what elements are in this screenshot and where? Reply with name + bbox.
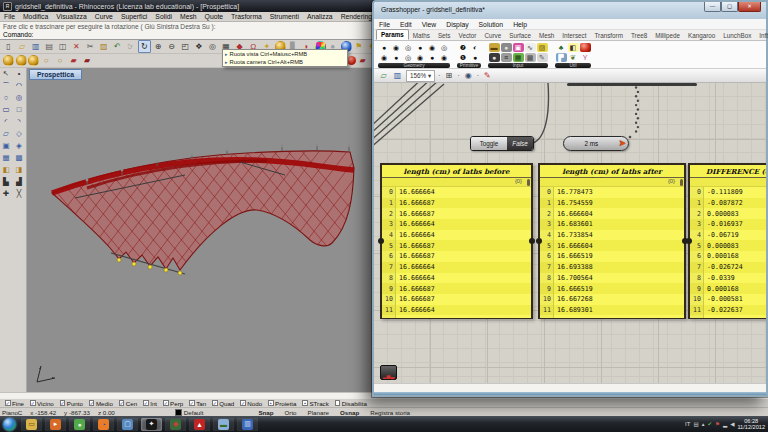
checkbox-icon[interactable]: ✓: [119, 400, 125, 406]
perspective-viewport[interactable]: Prospettica: [27, 68, 372, 392]
mesh2-icon[interactable]: ▩: [13, 152, 25, 164]
component-tab[interactable]: Sets: [434, 31, 455, 40]
explorer-icon[interactable]: ▭: [21, 418, 42, 431]
sphere-solid-icon[interactable]: ◈: [13, 140, 25, 152]
network-icon[interactable]: ▂: [723, 421, 727, 427]
save-document-icon[interactable]: ▥: [392, 70, 403, 81]
vray-sphere-icon[interactable]: ●: [347, 56, 356, 65]
status-toggle[interactable]: Orto: [285, 409, 297, 416]
param-mesh-icon[interactable]: ◎: [403, 53, 414, 62]
component-tab[interactable]: LunchBox: [719, 31, 755, 40]
checkbox-icon[interactable]: ✓: [163, 400, 169, 406]
delete-icon[interactable]: ✕: [70, 40, 83, 53]
param-rect-icon[interactable]: ◉: [415, 53, 426, 62]
param-curve-icon[interactable]: ◉: [379, 53, 390, 62]
gradient-icon[interactable]: ▦: [513, 53, 524, 62]
grasshopper-canvas[interactable]: Toggle False 2 ms ➤ length (cm) of laths…: [374, 83, 766, 383]
scale-icon[interactable]: ╳: [13, 188, 25, 200]
save-icon[interactable]: ▥: [29, 40, 42, 53]
checkbox-icon[interactable]: ▪: [302, 400, 308, 406]
image-sampler-icon[interactable]: ▩: [525, 53, 536, 62]
checkbox-icon[interactable]: ✓: [30, 400, 36, 406]
osnap-toggle[interactable]: ✓ Medio: [89, 400, 113, 407]
open-file-icon[interactable]: ▱: [16, 40, 29, 53]
rhino-menu-item[interactable]: Superfici: [117, 13, 151, 20]
image-icon[interactable]: ▬: [213, 418, 234, 431]
rhino-menu-item[interactable]: Rendering: [337, 13, 376, 20]
zoom-selected-icon[interactable]: ◎: [206, 40, 219, 53]
checkbox-icon[interactable]: ✓: [60, 400, 66, 406]
osnap-toggle[interactable]: ✓ Punto: [60, 400, 83, 407]
box-icon[interactable]: ▣: [0, 140, 12, 152]
osnap-toggle[interactable]: ✓ Nodo: [240, 400, 262, 407]
checkbox-icon[interactable]: ✓: [189, 400, 195, 406]
panel-difference[interactable]: DIFFERENCE (cm) {0} 0 -0.111809 1 -0.087…: [688, 163, 766, 319]
cplane-field[interactable]: PianoC: [2, 409, 22, 416]
sketch-icon[interactable]: ✎: [537, 53, 548, 62]
fern-icon[interactable]: ❦: [568, 53, 579, 62]
osnap-toggle[interactable]: ▪ STrack: [302, 400, 328, 407]
component-tab[interactable]: Tree8: [627, 31, 651, 40]
rhino-menu-item[interactable]: Quote: [201, 13, 228, 20]
component-tab[interactable]: Curve: [480, 31, 505, 40]
input-grip[interactable]: [378, 238, 384, 244]
taskbar-clock[interactable]: 06:28 11/12/2012: [737, 418, 765, 431]
minimize-button[interactable]: —: [704, 2, 721, 12]
surface-icon[interactable]: ▱: [0, 128, 12, 140]
item-icon[interactable]: ≡: [501, 53, 512, 62]
boolean-toggle-component[interactable]: Toggle False: [470, 136, 534, 151]
viewer-icon[interactable]: ◆: [165, 418, 186, 431]
move-icon[interactable]: ✚: [0, 188, 12, 200]
ring-icon[interactable]: ○: [53, 54, 66, 67]
status-toggle[interactable]: Planare: [308, 409, 329, 416]
param-point-icon[interactable]: ●: [379, 43, 390, 52]
rhino-menu-item[interactable]: Modifica: [19, 13, 52, 20]
rhino-menu-item[interactable]: Analizza: [303, 13, 337, 20]
layer-color-swatch[interactable]: [175, 409, 182, 416]
gh-menu-item[interactable]: File: [374, 21, 395, 28]
language-indicator[interactable]: IT: [685, 421, 690, 427]
component-tab[interactable]: Kangaroo: [684, 31, 719, 40]
ring-icon[interactable]: ○: [40, 54, 53, 67]
gh-menu-item[interactable]: Help: [508, 21, 532, 28]
param-boolean-icon[interactable]: ❶: [458, 53, 469, 62]
canvas-widget-icon[interactable]: ▂▅▃: [380, 365, 397, 380]
green-app-icon[interactable]: ●: [69, 418, 90, 431]
output-grip[interactable]: [529, 238, 535, 244]
undo-icon[interactable]: ↶: [111, 40, 124, 53]
trim-icon[interactable]: ◨: [13, 164, 25, 176]
component-tab[interactable]: Mesh: [535, 31, 558, 40]
osnap-toggle[interactable]: ✓ Fine: [5, 400, 24, 407]
osnap-toggle[interactable]: ▪ Proietta: [268, 400, 296, 407]
checkbox-icon[interactable]: ▪: [268, 400, 274, 406]
param-number-icon[interactable]: ◐: [470, 43, 481, 52]
param-plane-icon[interactable]: ◎: [403, 43, 414, 52]
split-icon[interactable]: ◧: [0, 164, 12, 176]
param-box-icon[interactable]: ●: [415, 43, 426, 52]
knob-icon[interactable]: ●: [501, 43, 512, 52]
control-curve-icon[interactable]: ◠: [13, 80, 25, 92]
zoom-window-icon[interactable]: ◰: [179, 40, 192, 53]
vray-options-icon[interactable]: ▰: [81, 54, 94, 67]
checkbox-icon[interactable]: ✓: [89, 400, 95, 406]
rhino-menu-item[interactable]: Trasforma: [227, 13, 266, 20]
rhino-taskbar-icon[interactable]: ✦: [141, 418, 162, 431]
status-toggle[interactable]: Registra storia: [370, 409, 410, 416]
flag-icon[interactable]: ⚑: [352, 40, 365, 53]
copy-icon[interactable]: ◫: [56, 40, 69, 53]
print-icon[interactable]: ▤: [43, 40, 56, 53]
preview-eye-icon[interactable]: ◉: [463, 70, 474, 81]
gold-sphere-icon[interactable]: ●: [28, 55, 39, 66]
ellipse-icon[interactable]: ◎: [13, 92, 25, 104]
rectangle-icon[interactable]: □: [13, 104, 25, 116]
vray-box-icon[interactable]: ▰: [357, 55, 368, 66]
sketch-pen-icon[interactable]: ✎: [482, 70, 493, 81]
volume-icon[interactable]: ◀: [730, 421, 734, 427]
maximize-button[interactable]: ▢: [721, 2, 738, 12]
panel-scrollbar[interactable]: [527, 179, 530, 186]
component-tab[interactable]: Infb: [755, 31, 768, 40]
status-toggle[interactable]: Snap: [258, 409, 273, 416]
select-icon[interactable]: ↖: [0, 68, 12, 80]
panel-icon[interactable]: ▨: [537, 43, 548, 52]
param-brep-icon[interactable]: ◉: [427, 43, 438, 52]
